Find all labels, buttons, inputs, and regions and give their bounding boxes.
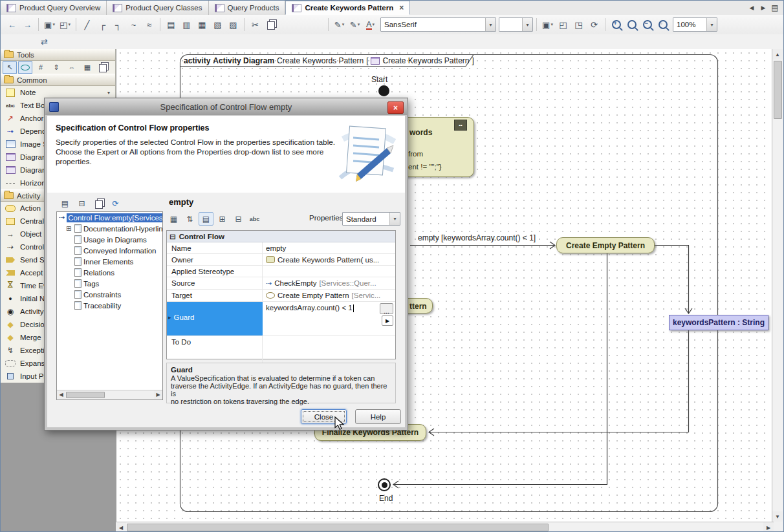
refresh-diagram-icon[interactable]: ⟳: [587, 17, 602, 32]
refresh-icon[interactable]: ⟳: [108, 197, 123, 210]
keywords-pattern-object-node[interactable]: keywordsPattern : String: [669, 315, 768, 330]
scroll-up-icon[interactable]: ▲: [772, 49, 783, 59]
zoom-out-icon[interactable]: −: [640, 17, 655, 32]
vertical-spread-icon[interactable]: ⇕: [49, 61, 63, 74]
tree-horizontal-scrollbar[interactable]: ◀ ▶: [57, 390, 162, 399]
swimlane-tool-icon[interactable]: ▦: [80, 61, 94, 74]
shape-tool-icon[interactable]: [18, 61, 32, 74]
property-row-source[interactable]: Source ⇢ CheckEmpty [Services::Quer...: [167, 277, 395, 290]
copy-icon[interactable]: [263, 17, 278, 32]
scroll-right-icon[interactable]: ▶: [154, 390, 162, 399]
dependency-matrix-icon[interactable]: [96, 61, 110, 74]
distribute-v-icon[interactable]: ▨: [226, 17, 241, 32]
chevron-down-icon[interactable]: ▾: [107, 90, 110, 96]
paste-link-icon[interactable]: [310, 17, 325, 32]
structure-icon[interactable]: ◰▾: [58, 17, 72, 32]
zoom-in-icon[interactable]: +: [609, 17, 624, 32]
property-row-owner[interactable]: Owner Create Keywords Pattern( us...: [167, 254, 395, 266]
sort-alphabetically-icon[interactable]: ⇅: [182, 212, 197, 226]
paste-icon[interactable]: [279, 17, 294, 32]
spline-path-icon[interactable]: ≈: [142, 17, 157, 32]
distribute-h-icon[interactable]: ▧: [210, 17, 225, 32]
tab-query-products[interactable]: Query Products: [209, 1, 286, 15]
tab-close-icon[interactable]: ×: [399, 3, 404, 12]
collapse-all-icon[interactable]: ⊟: [231, 212, 246, 226]
tree-scroll-thumb[interactable]: [66, 392, 105, 398]
tree-item-constraints[interactable]: Constraints: [57, 289, 162, 300]
expand-all-icon[interactable]: ⊞: [215, 212, 230, 226]
edit-style-icon[interactable]: ✎▾: [347, 17, 362, 32]
collapse-group-icon[interactable]: ⊟: [169, 232, 176, 241]
back-icon[interactable]: ←: [5, 17, 19, 32]
font-family-select[interactable]: SansSerif ▾: [380, 17, 496, 32]
tree-item-documentation[interactable]: ⊞ Documentation/Hyperlinks: [57, 223, 162, 234]
palette-header-common[interactable]: Common: [1, 74, 115, 86]
layer-up-icon[interactable]: ◰: [556, 17, 571, 32]
scroll-left-icon[interactable]: ◀: [116, 522, 126, 532]
scroll-tabs-left-icon[interactable]: ◀: [747, 3, 756, 13]
tab-list-icon[interactable]: ▤: [770, 3, 779, 13]
sticky-tool-icon[interactable]: #: [34, 61, 48, 74]
property-group-header[interactable]: ⊟ Control Flow: [167, 231, 395, 242]
scroll-left-icon[interactable]: ◀: [57, 390, 65, 399]
property-row-target[interactable]: Target Create Empty Pattern [Servic...: [167, 290, 395, 302]
spelling-icon[interactable]: abc: [247, 212, 262, 226]
edge-guard-label[interactable]: empty [keywordsArray.count() < 1]: [418, 233, 536, 242]
tree-item-usage[interactable]: Usage in Diagrams: [57, 234, 162, 245]
close-icon[interactable]: ×: [387, 101, 404, 114]
initial-node[interactable]: [378, 85, 389, 96]
tree-item-inner-elements[interactable]: Inner Elements: [57, 256, 162, 267]
forward-icon[interactable]: →: [20, 17, 35, 32]
edit-guard-button[interactable]: ...: [380, 303, 393, 314]
categorized-view-icon[interactable]: ▦: [166, 212, 181, 226]
tree-item-conveyed[interactable]: Conveyed Information: [57, 245, 162, 256]
containment-icon[interactable]: ▣▾: [42, 17, 57, 32]
paste-special-icon[interactable]: [294, 17, 309, 32]
bezier-path-icon[interactable]: ┐: [111, 17, 125, 32]
palette-header-tools[interactable]: Tools: [1, 49, 115, 61]
font-color-icon[interactable]: A▾: [363, 17, 378, 32]
palette-item-note[interactable]: Note ▾: [1, 86, 115, 99]
style-picker-icon[interactable]: ✎▾: [332, 17, 347, 32]
zoom-1-1-icon[interactable]: [624, 17, 639, 32]
property-row-applied-stereotype[interactable]: Applied Stereotype: [167, 266, 395, 277]
align-center-icon[interactable]: ▥: [179, 17, 194, 32]
curve-path-icon[interactable]: ~: [126, 17, 141, 32]
property-row-todo[interactable]: To Do: [167, 336, 395, 365]
layer-down-icon[interactable]: ◳: [571, 17, 586, 32]
zoom-fit-icon[interactable]: ▫: [655, 17, 670, 32]
guard-value-editor[interactable]: keywordsArray.count() < 1 ... ▶: [263, 302, 395, 335]
tree-item-relations[interactable]: Relations: [57, 267, 162, 278]
tab-product-query-classes[interactable]: Product Query Classes: [107, 1, 208, 15]
zoom-level-select[interactable]: 100% ▾: [673, 17, 717, 32]
expand-icon[interactable]: ⊞: [66, 225, 72, 232]
horizontal-spread-icon[interactable]: ⇔: [65, 61, 79, 74]
font-size-select[interactable]: ▾: [499, 17, 533, 32]
vertical-scroll-thumb[interactable]: [774, 61, 782, 119]
tree-item-traceability[interactable]: Traceability: [57, 300, 162, 311]
help-button[interactable]: Help: [355, 409, 401, 424]
related-elements-icon[interactable]: ⇄: [37, 34, 52, 49]
tab-product-query-overview[interactable]: Product Query Overview: [1, 1, 107, 15]
scroll-right-icon[interactable]: ▶: [763, 522, 774, 532]
align-grid-icon[interactable]: ▦: [195, 17, 210, 32]
tree-item-tags[interactable]: Tags: [57, 278, 162, 289]
dialog-title-bar[interactable]: Specification of Control Flow empty ×: [45, 99, 407, 115]
oblique-path-icon[interactable]: ╱: [80, 17, 94, 32]
rectilinear-path-icon[interactable]: ┌: [95, 17, 110, 32]
pointer-tool-icon[interactable]: ↖: [3, 61, 17, 74]
expand-editor-icon[interactable]: ▶: [382, 315, 393, 326]
align-left-icon[interactable]: ▤: [164, 17, 179, 32]
scroll-tabs-right-icon[interactable]: ▶: [759, 3, 768, 13]
group-icon[interactable]: ▣▾: [540, 17, 555, 32]
horizontal-scroll-thumb[interactable]: [127, 524, 549, 531]
containment-tree-icon[interactable]: ⊟: [74, 197, 89, 210]
standard-view-icon[interactable]: ▤: [199, 212, 213, 226]
property-row-guard[interactable]: ▸ Guard keywordsArray.count() < 1 ... ▶: [167, 302, 395, 336]
create-empty-pattern-node[interactable]: Create Empty Pattern: [556, 237, 655, 253]
properties-mode-select[interactable]: Standard ▾: [342, 212, 400, 226]
scroll-down-icon[interactable]: ▼: [772, 511, 783, 522]
clone-icon[interactable]: [91, 197, 106, 210]
horizontal-scrollbar[interactable]: ◀ ▶: [116, 522, 774, 532]
activity-final-node[interactable]: [378, 478, 391, 491]
